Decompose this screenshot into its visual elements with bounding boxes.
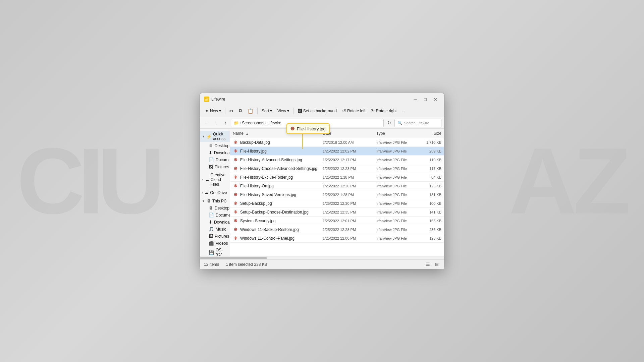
close-button[interactable]: ✕ [431,96,440,103]
sidebar-item-pictures-qa[interactable]: 🖼 Pictures 📌 [200,163,230,170]
col-header-type[interactable]: Type [374,130,417,137]
set-bg-icon: 🖼 [298,108,302,114]
table-row[interactable]: ❋ File-History-Choose-Advanced-Settings.… [230,164,444,173]
more-button[interactable]: ... [400,106,408,116]
file-date: 1/25/2022 1:18 PM [320,175,374,180]
file-name-cell: ❋ File-History-Advanced-Settings.jpg [230,156,320,164]
file-date: 1/25/2022 12:00 PM [320,236,374,241]
file-date: 1/25/2022 1:28 PM [320,192,374,197]
path-screenshots: Screenshots [242,121,264,125]
file-name: Windows 11-Control-Panel.jpg [240,236,294,241]
sidebar-item-documents-qa[interactable]: 📄 Documents 📌 [200,156,230,163]
file-icon: ❋ [233,200,239,206]
file-date: 1/25/2022 12:35 PM [320,209,374,215]
quick-access-header[interactable]: ▼ ⚡ Quick access [200,131,230,142]
sidebar-item-music-pc-label: Music [216,227,226,232]
table-row[interactable]: ❋ Setup-Backup-Choose-Destination.jpg 1/… [230,208,444,217]
sidebar-item-os-pc-label: OS (C:) [216,248,227,256]
search-box[interactable]: 🔍 Search Lifewire [394,119,441,127]
file-date: 1/25/2022 12:23 PM [320,166,374,171]
file-name-cell: ❋ File-History-On.jpg [230,182,320,190]
sidebar: ▼ ⚡ Quick access 🖥 Desktop 📌 ⬇ Downloads… [200,129,230,256]
videos-pc-icon: 🎬 [209,241,214,246]
new-label: New [210,109,218,113]
sidebar-item-downloads-pc[interactable]: ⬇ Downloads [200,219,230,226]
file-type: IrfanView JPG File [374,166,417,171]
copy-button[interactable]: ⧉ [236,106,245,116]
file-size: 239 KB [417,148,444,154]
table-row[interactable]: ❋ File-History.jpg 1/25/2022 12:02 PM Ir… [230,147,444,156]
paste-button[interactable]: 📋 [245,106,256,116]
file-size: 123 KB [417,236,444,241]
details-view-button[interactable]: ☰ [425,261,431,268]
sidebar-item-documents-qa-label: Documents [216,158,230,162]
sidebar-item-documents-pc[interactable]: 📄 Documents [200,212,230,219]
sidebar-item-music-pc[interactable]: 🎵 Music [200,226,230,233]
sidebar-item-os-pc[interactable]: 💾 OS (C:) [200,247,230,256]
creative-cloud-section: › ☁ Creative Cloud Files [200,172,230,188]
table-row[interactable]: ❋ Setup-Backup.jpg 1/25/2022 12:30 PM Ir… [230,199,444,208]
file-name: File-History.jpg [240,149,267,154]
creative-cloud-header[interactable]: › ☁ Creative Cloud Files [200,172,230,188]
rotate-left-button[interactable]: ↺ Rotate left [340,106,368,116]
os-pc-icon: 💾 [209,250,214,255]
horizontal-scrollbar[interactable] [200,256,444,259]
table-row[interactable]: ❋ File-History-Exclue-Folder.jpg 1/25/20… [230,173,444,182]
onedrive-header[interactable]: › ☁ OneDrive [200,189,230,196]
this-pc-header[interactable]: ▼ 🖥 This PC [200,197,230,204]
documents-pc-icon: 📄 [209,213,214,218]
search-placeholder: Search Lifewire [404,121,429,125]
file-type: IrfanView JPG File [374,140,417,145]
downloads-pc-icon: ⬇ [209,220,212,225]
onedrive-icon: ☁ [204,190,209,195]
file-date: 2/2/2018 12:00 AM [320,140,374,145]
table-row[interactable]: ❋ Backup-Data.jpg 2/2/2018 12:00 AM Irfa… [230,138,444,147]
col-header-size[interactable]: Size [417,130,444,137]
file-name: File-History-On.jpg [240,184,274,188]
new-icon: ✦ [205,108,209,114]
forward-button[interactable]: → [212,119,220,127]
sidebar-item-desktop-qa-label: Desktop [215,143,229,148]
creative-cloud-label: Creative Cloud Files [211,173,227,187]
onedrive-chevron: › [202,191,203,194]
sort-button[interactable]: Sort ▾ [259,106,274,116]
file-list: Name ▲ Date Type Size ❋ Backup [230,129,444,256]
sidebar-item-desktop-pc[interactable]: 🖥 Desktop [200,204,230,212]
new-button[interactable]: ✦ New ▾ [203,106,223,116]
cut-button[interactable]: ✂ [227,106,236,116]
file-size: 1,710 KB [417,140,444,145]
table-row[interactable]: ❋ Windows 11-Control-Panel.jpg 1/25/2022… [230,234,444,243]
file-icon: ❋ [233,192,239,198]
minimize-button[interactable]: ─ [411,96,420,103]
rotate-right-button[interactable]: ↻ Rotate right [369,106,399,116]
back-button[interactable]: ← [203,119,211,127]
sidebar-item-desktop-qa[interactable]: 🖥 Desktop 📌 [200,142,230,149]
tiles-view-button[interactable]: ⊞ [433,261,440,268]
set-bg-button[interactable]: 🖼 Set as background [295,106,339,116]
file-rows-container: ❋ Backup-Data.jpg 2/2/2018 12:00 AM Irfa… [230,138,444,243]
scrollbar-thumb[interactable] [200,257,267,259]
table-row[interactable]: ❋ Windows 11-Backup-Restore.jpg 1/25/202… [230,225,444,234]
table-row[interactable]: ❋ File-History-Advanced-Settings.jpg 1/2… [230,156,444,164]
sidebar-item-pictures-qa-label: Pictures [215,165,229,169]
this-pc-section: ▼ 🖥 This PC 🖥 Desktop 📄 Documents ⬇ Down… [200,197,230,256]
refresh-button[interactable]: ↻ [385,119,393,127]
table-row[interactable]: ❋ System-Security.jpg 1/25/2022 12:01 PM… [230,217,444,225]
quick-access-section: ▼ ⚡ Quick access 🖥 Desktop 📌 ⬇ Downloads… [200,131,230,170]
file-type: IrfanView JPG File [374,192,417,197]
up-button[interactable]: ↑ [221,119,229,127]
file-name: File-History-Choose-Advanced-Settings.jp… [240,166,317,171]
maximize-button[interactable]: □ [421,96,430,103]
onedrive-label: OneDrive [210,190,227,195]
selected-info: 1 item selected 238 KB [226,262,267,267]
table-row[interactable]: ❋ File-History-On.jpg 1/25/2022 12:26 PM… [230,182,444,190]
file-name-cell: ❋ Windows 11-Backup-Restore.jpg [230,226,320,233]
bg-watermark-right: AZ [509,127,627,235]
sidebar-item-videos-pc[interactable]: 🎬 Videos [200,240,230,247]
view-button[interactable]: View ▾ [275,106,291,116]
sidebar-item-downloads-qa[interactable]: ⬇ Downloads 📌 [200,149,230,156]
toolbar-sep-3 [293,108,293,114]
sidebar-item-pictures-pc[interactable]: 🖼 Pictures [200,233,230,240]
table-row[interactable]: ❋ File-History-Saved Versions.jpg 1/25/2… [230,190,444,199]
file-icon: ❋ [233,166,239,172]
